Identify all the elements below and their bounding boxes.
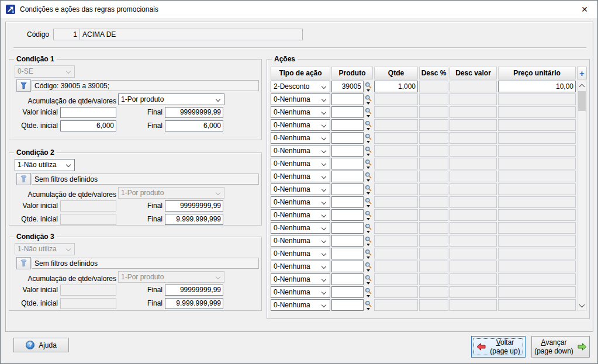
action-preco-cell [498,261,576,272]
action-produto-input[interactable] [331,235,364,247]
condition-1-title: Condição 1 [14,55,57,63]
action-qtde-cell[interactable]: 1,000 [374,81,418,92]
chevron-down-icon [322,226,326,230]
actions-rows: 2-Desconto 39005 1,000 10,00 0-Nenhuma [271,81,576,312]
action-type-select[interactable]: 0-Nenhuma [271,222,330,234]
product-lookup-button[interactable] [364,261,373,272]
action-type-select[interactable]: 0-Nenhuma [271,93,330,105]
action-type-select[interactable]: 0-Nenhuma [271,299,330,311]
action-type-select[interactable]: 0-Nenhuma [271,209,330,221]
action-produto-input[interactable] [331,145,364,157]
action-produto-input[interactable] [331,261,364,272]
action-type-select[interactable]: 0-Nenhuma [271,196,330,208]
product-lookup-button[interactable] [364,81,373,92]
actions-group: Ações Tipo de ação Produto Qtde Desc % D… [267,59,590,319]
action-type-select[interactable]: 0-Nenhuma [271,235,330,247]
product-lookup-button[interactable] [364,235,373,247]
product-lookup-button[interactable] [364,93,373,105]
condition-1-valor-inicial-input[interactable] [60,107,116,118]
action-type-select[interactable]: 0-Nenhuma [271,132,330,144]
product-lookup-button[interactable] [364,171,373,182]
action-produto-input[interactable] [331,158,364,169]
action-type-select[interactable]: 2-Desconto [271,81,330,92]
action-produto-input[interactable] [331,248,364,259]
product-lookup-button[interactable] [364,158,373,169]
action-produto-input[interactable] [331,286,364,298]
action-type-select[interactable]: 0-Nenhuma [271,286,330,298]
condition-1-qtde-final-input[interactable]: 6,000 [165,120,223,131]
action-type-select[interactable]: 0-Nenhuma [271,273,330,285]
action-produto-input[interactable] [331,93,364,105]
action-type-select[interactable]: 0-Nenhuma [271,183,330,195]
action-preco-cell [498,248,576,259]
condition-2-filter-button[interactable] [16,173,31,185]
condition-2-operator-select[interactable]: 1-Não utiliza [15,159,75,171]
product-lookup-button[interactable] [364,119,373,131]
search-icon [365,172,372,179]
product-lookup-button[interactable] [364,209,373,221]
action-produto-input[interactable] [331,273,364,285]
action-produto-input[interactable] [331,132,364,144]
dropdown-arrow-icon [367,231,370,233]
action-produto-input[interactable] [331,183,364,195]
action-type-select[interactable]: 0-Nenhuma [271,261,330,272]
action-produto-input[interactable] [331,106,364,118]
product-lookup-button[interactable] [364,196,373,208]
action-type-select[interactable]: 0-Nenhuma [271,106,330,118]
condition-1-qtde-inicial-input[interactable]: 6,000 [60,120,116,131]
action-produto-input[interactable] [331,171,364,182]
avancar-button[interactable]: Avançar (page down) [531,336,590,358]
operator-value: 1-Não utiliza [18,161,57,169]
action-type-select[interactable]: 0-Nenhuma [271,248,330,259]
product-lookup-button[interactable] [364,183,373,195]
product-lookup-button[interactable] [364,222,373,234]
action-desc-pct-cell [419,106,448,118]
action-type-select[interactable]: 0-Nenhuma [271,145,330,157]
action-desc-valor-cell [450,248,497,259]
action-preco-cell[interactable]: 10,00 [498,81,576,92]
acumulacao-value: 1-Por produto [121,95,164,103]
action-type-value: 0-Nenhuma [274,108,310,116]
action-produto-input[interactable] [331,209,364,221]
action-produto-input[interactable] [331,196,364,208]
condition-1-filter-button[interactable] [16,79,31,92]
action-type-select[interactable]: 0-Nenhuma [271,171,330,182]
product-lookup-button[interactable] [364,286,373,298]
product-lookup-button[interactable] [364,106,373,118]
action-produto-input[interactable] [331,119,364,131]
search-icon [365,95,372,102]
column-header-desc-valor: Desc valor [450,67,497,79]
actions-scrollbar[interactable] [577,81,587,311]
search-icon [365,236,372,243]
scroll-down-button[interactable] [578,301,586,310]
condition-3-filter-button[interactable] [16,257,31,269]
close-button[interactable]: × [572,1,597,18]
action-type-select[interactable]: 0-Nenhuma [271,158,330,169]
add-action-button[interactable]: + [577,67,587,79]
ajuda-button[interactable]: Ajuda [13,338,69,352]
product-lookup-button[interactable] [364,132,373,144]
action-row: 0-Nenhuma [271,145,576,157]
voltar-button[interactable]: Voltar (page up) [471,336,526,358]
action-produto-input[interactable] [331,299,364,311]
product-lookup-button[interactable] [364,299,373,311]
avancar-label: Avançar [541,338,567,346]
valor-inicial-label: Valor inicial [9,202,58,210]
search-icon [365,223,372,230]
action-produto-input[interactable]: 39005 [331,81,364,92]
chevron-down-icon [322,238,326,243]
action-preco-cell [498,119,576,131]
scrollbar-thumb[interactable] [578,91,586,111]
condition-1-valor-final-input[interactable]: 99999999,99 [165,107,223,118]
action-preco-cell [498,235,576,247]
condition-1-acumulacao-select[interactable]: 1-Por produto [118,93,224,105]
condition-2-filter-summary: Sem filtros definidos [32,174,259,185]
action-preco-cell [498,158,576,169]
product-lookup-button[interactable] [364,145,373,157]
product-lookup-button[interactable] [364,248,373,259]
scroll-up-button[interactable] [578,81,586,91]
condition-3-qtde-inicial-input [60,298,116,309]
action-produto-input[interactable] [331,222,364,234]
action-type-select[interactable]: 0-Nenhuma [271,119,330,131]
product-lookup-button[interactable] [364,273,373,285]
